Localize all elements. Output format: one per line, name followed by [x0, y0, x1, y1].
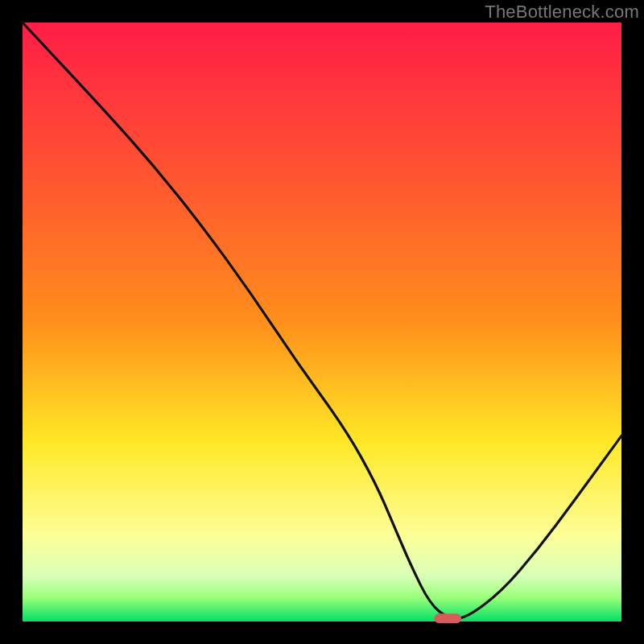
watermark-text: TheBottleneck.com [485, 2, 639, 23]
optimal-marker [435, 613, 461, 623]
plot-gradient [23, 23, 621, 621]
bottleneck-chart [0, 0, 644, 644]
chart-container: { "watermark": "TheBottleneck.com", "col… [0, 0, 644, 644]
